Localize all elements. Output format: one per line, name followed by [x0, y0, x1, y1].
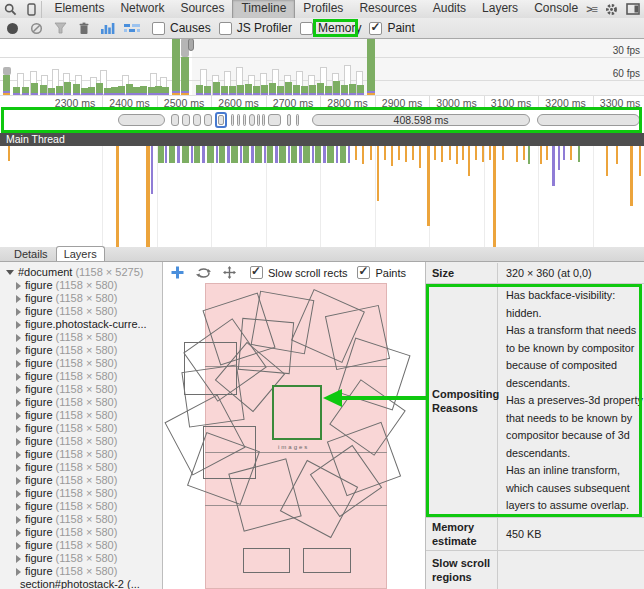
photo-layer-outline[interactable] — [184, 342, 237, 395]
checkbox-memory[interactable]: Memory — [300, 21, 361, 35]
thumbnail-layer-outline[interactable] — [303, 548, 351, 573]
layer-tree-row[interactable]: figure(1158 × 580) — [0, 422, 162, 435]
flame-event-bar[interactable] — [267, 146, 273, 163]
flame-event-bar[interactable] — [475, 146, 477, 160]
trash-icon[interactable] — [72, 19, 96, 37]
frame-pill[interactable] — [537, 114, 640, 126]
flame-event-bar[interactable] — [419, 146, 421, 168]
flame-event-bar[interactable] — [315, 146, 321, 163]
timeline-overview[interactable]: 30 fps60 fps — [0, 38, 644, 95]
layer-tree-row[interactable]: section#photostack-2 (... — [0, 578, 162, 589]
tree-right-arrow-icon[interactable] — [16, 412, 21, 420]
flame-event-bar[interactable] — [578, 146, 580, 162]
flame-event-bar[interactable] — [516, 146, 518, 162]
tree-right-arrow-icon[interactable] — [16, 373, 21, 381]
layer-tree-row[interactable]: figure(1158 × 580) — [0, 279, 162, 292]
selected-layer-rect[interactable] — [272, 385, 322, 440]
flame-event-bar[interactable] — [639, 146, 641, 176]
flame-event-bar[interactable] — [552, 146, 555, 186]
tree-right-arrow-icon[interactable] — [16, 334, 21, 342]
flame-event-bar[interactable] — [441, 146, 443, 162]
console-drawer-icon[interactable]: >≡ — [586, 3, 597, 15]
layer-tree-row[interactable]: figure(1158 × 580) — [0, 435, 162, 448]
flame-event-bar[interactable] — [323, 146, 326, 163]
details-tab-details[interactable]: Details — [6, 246, 56, 261]
flame-event-bar[interactable] — [8, 146, 10, 161]
flame-event-bar[interactable] — [255, 146, 262, 163]
flame-event-bar[interactable] — [493, 146, 496, 247]
tree-right-arrow-icon[interactable] — [16, 360, 21, 368]
frames-mode-icon[interactable] — [120, 19, 144, 37]
checkbox-slow-scroll-rects[interactable]: Slow scroll rects — [250, 266, 347, 279]
checkbox-causes[interactable]: Causes — [152, 21, 211, 35]
tree-right-arrow-icon[interactable] — [16, 308, 21, 316]
layer-tree-row[interactable]: figure(1158 × 580) — [0, 357, 162, 370]
layer-tree-row[interactable]: figure(1158 × 580) — [0, 526, 162, 539]
flame-event-bar[interactable] — [502, 146, 504, 160]
photo-layer-outline[interactable] — [203, 426, 256, 479]
flame-event-bar[interactable] — [427, 146, 430, 226]
flame-event-bar[interactable] — [165, 146, 167, 163]
flame-event-bar[interactable] — [227, 146, 230, 163]
flame-event-bar[interactable] — [405, 146, 407, 162]
flame-event-bar[interactable] — [336, 146, 338, 163]
flame-event-bar[interactable] — [194, 146, 200, 163]
flame-event-bar[interactable] — [219, 146, 225, 163]
histogram-icon[interactable] — [96, 19, 120, 37]
tree-right-arrow-icon[interactable] — [16, 282, 21, 290]
tree-down-arrow-icon[interactable] — [6, 270, 14, 275]
details-tab-layers[interactable]: Layers — [56, 246, 105, 261]
frame-pill[interactable] — [171, 114, 179, 126]
tree-right-arrow-icon[interactable] — [16, 490, 21, 498]
frame-pill[interactable] — [237, 114, 240, 126]
flame-event-bar[interactable] — [616, 146, 618, 164]
frame-pill[interactable] — [262, 114, 265, 126]
checkbox-js-profiler[interactable]: JS Profiler — [219, 21, 292, 35]
flame-event-bar[interactable] — [327, 146, 334, 163]
tree-right-arrow-icon[interactable] — [16, 542, 21, 550]
flame-event-bar[interactable] — [202, 146, 205, 163]
layer-tree-row[interactable]: figure(1158 × 580) — [0, 565, 162, 578]
tree-right-arrow-icon[interactable] — [16, 555, 21, 563]
frame-pill[interactable] — [193, 114, 201, 126]
frame-pill[interactable] — [287, 114, 291, 126]
tree-right-arrow-icon[interactable] — [16, 399, 21, 407]
frame-pill[interactable] — [296, 114, 299, 126]
flame-event-bar[interactable] — [312, 146, 314, 163]
flame-event-bar[interactable] — [191, 146, 193, 163]
layer-tree-row[interactable]: figure(1158 × 580) — [0, 344, 162, 357]
flame-event-bar[interactable] — [412, 146, 414, 160]
flame-event-bar[interactable] — [158, 146, 164, 163]
flame-event-bar[interactable] — [563, 146, 565, 160]
frame-pill[interactable]: 408.598 ms — [312, 114, 530, 126]
flame-event-bar[interactable] — [391, 146, 393, 166]
frame-pill-selected[interactable] — [215, 112, 227, 128]
overview-window-grip[interactable] — [188, 38, 194, 51]
flame-event-bar[interactable] — [462, 146, 464, 160]
layer-tree-row[interactable]: figure.photostack-curre... — [0, 318, 162, 331]
checkbox-paints[interactable]: Paints — [357, 266, 406, 279]
flame-event-bar[interactable] — [251, 146, 254, 163]
tab-console[interactable]: Console — [526, 0, 586, 18]
flame-event-bar[interactable] — [116, 146, 119, 247]
layer-tree-row[interactable]: figure(1158 × 580) — [0, 513, 162, 526]
frame-pill[interactable] — [182, 114, 190, 126]
flame-event-bar[interactable] — [303, 146, 310, 163]
flame-event-bar[interactable] — [151, 146, 153, 194]
flame-event-bar[interactable] — [146, 146, 150, 247]
layer-tree-row[interactable]: figure(1158 × 580) — [0, 487, 162, 500]
layer-tree-row[interactable]: figure(1158 × 580) — [0, 461, 162, 474]
flame-event-bar[interactable] — [449, 146, 451, 160]
flame-event-bar[interactable] — [456, 146, 458, 164]
flame-event-bar[interactable] — [177, 146, 180, 163]
flame-event-bar[interactable] — [570, 146, 572, 160]
layer-tree-row[interactable]: figure(1158 × 580) — [0, 409, 162, 422]
filter-icon[interactable] — [48, 19, 72, 37]
tab-elements[interactable]: Elements — [46, 0, 112, 18]
frame-pill[interactable] — [118, 114, 165, 126]
layer-tree-row[interactable]: figure(1158 × 580) — [0, 552, 162, 565]
layer-tree-row[interactable]: figure(1158 × 580) — [0, 292, 162, 305]
layer-tree-row[interactable]: figure(1158 × 580) — [0, 370, 162, 383]
flame-event-bar[interactable] — [398, 146, 400, 160]
tree-right-arrow-icon[interactable] — [16, 529, 21, 537]
